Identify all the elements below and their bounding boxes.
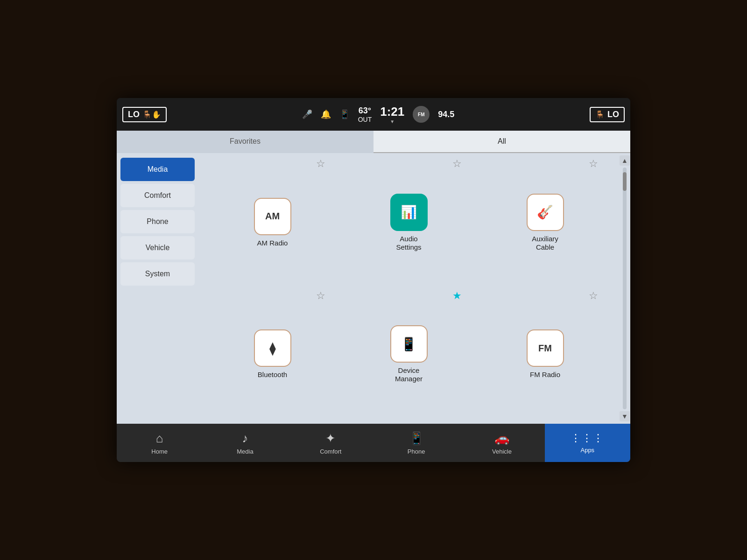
seat-heat-left-icon: 🪑✋ (142, 110, 161, 119)
app-fm-radio[interactable]: ☆ FM FM Radio (480, 292, 610, 417)
bluetooth-icon: ⧫ (254, 329, 291, 367)
audio-settings-icon: 📊 (390, 194, 428, 231)
home-label: Home (151, 448, 168, 455)
nav-phone[interactable]: 📱 Phone (374, 424, 459, 462)
media-icon: ♪ (242, 431, 248, 446)
bluetooth-star[interactable]: ☆ (316, 290, 325, 302)
audio-settings-star[interactable]: ☆ (452, 158, 462, 170)
screen-container: LO 🪑✋ 🎤 🔔 📱 63° OUT 1:21 ▼ FM 94.5 🪑 (117, 98, 630, 462)
apps-icon: ⋮⋮⋮ (571, 432, 604, 444)
status-center: 🎤 🔔 📱 63° OUT 1:21 ▼ FM 94.5 (302, 105, 455, 124)
app-auxiliary-cable[interactable]: ☆ 🎸 AuxiliaryCable (480, 160, 610, 285)
left-lo-badge: LO 🪑✋ (122, 107, 167, 122)
auxiliary-cable-icon: 🎸 (527, 194, 564, 231)
tab-all[interactable]: All (374, 131, 630, 153)
vehicle-icon: 🚗 (494, 431, 509, 446)
scroll-thumb[interactable] (623, 172, 627, 191)
phone-label: Phone (408, 448, 425, 455)
radio-frequency: 94.5 (438, 110, 454, 119)
app-am-radio[interactable]: ☆ AM AM Radio (208, 160, 337, 285)
right-lo-text: LO (607, 110, 619, 119)
bluetooth-label: Bluetooth (258, 371, 287, 379)
device-manager-star[interactable]: ★ (452, 290, 462, 302)
app-device-manager[interactable]: ★ 📱 DeviceManager (344, 292, 473, 417)
am-radio-icon: AM (254, 198, 291, 235)
radio-mode: FM (418, 112, 424, 117)
app-audio-settings[interactable]: ☆ 📊 AudioSettings (344, 160, 473, 285)
comfort-icon: ✦ (325, 431, 336, 446)
fm-radio-star[interactable]: ☆ (589, 290, 598, 302)
temperature-label: OUT (358, 116, 372, 123)
am-radio-star[interactable]: ☆ (316, 158, 325, 170)
apps-grid: ☆ AM AM Radio ☆ 📊 AudioSettings (208, 160, 610, 417)
mic-icon[interactable]: 🎤 (302, 109, 312, 119)
bell-icon[interactable]: 🔔 (321, 109, 331, 119)
nav-home[interactable]: ⌂ Home (117, 424, 202, 462)
sidebar: Media Comfort Phone Vehicle System (117, 153, 198, 424)
main-content: Favorites All Media Comfort Phone Veh (117, 131, 630, 424)
sidebar-item-comfort[interactable]: Comfort (120, 184, 195, 207)
scroll-track (623, 168, 627, 409)
comfort-label: Comfort (320, 448, 341, 455)
nav-comfort[interactable]: ✦ Comfort (288, 424, 374, 462)
seat-heat-right-icon: 🪑 (595, 110, 605, 119)
audio-settings-label: AudioSettings (396, 235, 421, 252)
content-area: Media Comfort Phone Vehicle System (117, 153, 630, 424)
sidebar-item-media[interactable]: Media (120, 158, 195, 181)
scroll-down-arrow[interactable]: ▼ (620, 411, 630, 421)
nav-media[interactable]: ♪ Media (202, 424, 288, 462)
status-bar: LO 🪑✋ 🎤 🔔 📱 63° OUT 1:21 ▼ FM 94.5 🪑 (117, 98, 630, 131)
time-value: 1:21 (380, 105, 404, 119)
time-display: 1:21 ▼ (380, 105, 404, 124)
fm-radio-label: FM Radio (530, 371, 560, 379)
vehicle-label: Vehicle (492, 448, 512, 455)
phone-nav-icon: 📱 (409, 431, 424, 446)
temperature-display: 63° OUT (358, 106, 372, 123)
auxiliary-cable-label: AuxiliaryCable (532, 235, 558, 252)
sidebar-item-vehicle[interactable]: Vehicle (120, 236, 195, 259)
home-icon: ⌂ (156, 431, 163, 446)
right-lo-badge: 🪑 LO (590, 107, 625, 122)
sidebar-item-phone[interactable]: Phone (120, 210, 195, 233)
fm-radio-icon: FM (527, 329, 564, 367)
time-arrow: ▼ (390, 119, 395, 124)
apps-area: ☆ AM AM Radio ☆ 📊 AudioSettings (198, 153, 619, 424)
am-radio-label: AM Radio (257, 239, 288, 247)
tabs: Favorites All (117, 131, 630, 153)
radio-mode-badge: FM (413, 106, 430, 123)
auxiliary-cable-star[interactable]: ☆ (589, 158, 598, 170)
temperature-value: 63° (358, 106, 372, 116)
scrollbar: ▲ ▼ (619, 153, 630, 424)
media-label: Media (237, 448, 253, 455)
phone-icon[interactable]: 📱 (339, 109, 350, 119)
bottom-nav: ⌂ Home ♪ Media ✦ Comfort 📱 Phone 🚗 Vehic… (117, 424, 630, 462)
nav-vehicle[interactable]: 🚗 Vehicle (459, 424, 544, 462)
apps-label: Apps (580, 447, 594, 454)
tab-favorites[interactable]: Favorites (117, 131, 374, 153)
device-manager-icon: 📱 (390, 325, 428, 363)
device-manager-label: DeviceManager (395, 366, 423, 383)
status-right: 🪑 LO (590, 107, 625, 122)
left-lo-text: LO (128, 110, 140, 119)
sidebar-item-system[interactable]: System (120, 262, 195, 286)
nav-apps[interactable]: ⋮⋮⋮ Apps (545, 424, 630, 462)
status-left: LO 🪑✋ (122, 107, 167, 122)
app-bluetooth[interactable]: ☆ ⧫ Bluetooth (208, 292, 337, 417)
scroll-up-arrow[interactable]: ▲ (620, 155, 630, 166)
